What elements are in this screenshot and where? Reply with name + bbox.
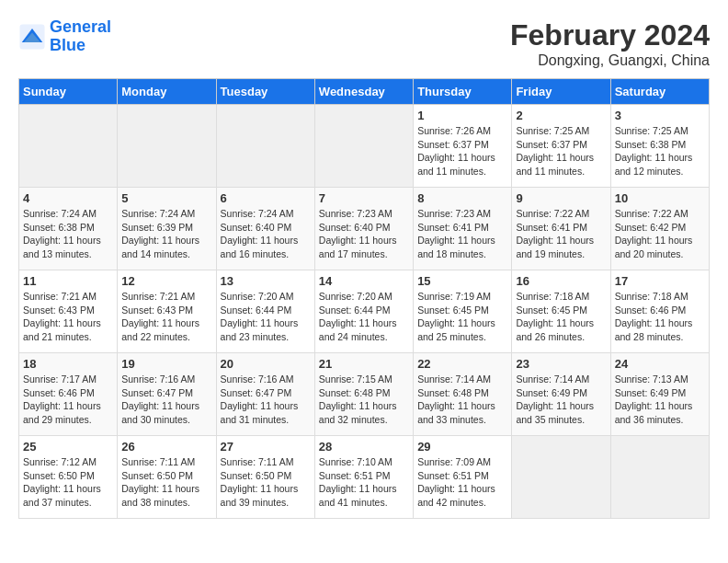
day-info: Sunrise: 7:16 AM Sunset: 6:47 PM Dayligh…: [221, 373, 311, 427]
day-info: Sunrise: 7:22 AM Sunset: 6:42 PM Dayligh…: [615, 207, 705, 261]
day-number: 12: [121, 274, 211, 288]
day-info: Sunrise: 7:24 AM Sunset: 6:39 PM Dayligh…: [121, 207, 211, 261]
calendar-cell: [314, 105, 413, 188]
day-info: Sunrise: 7:14 AM Sunset: 6:48 PM Dayligh…: [417, 373, 507, 427]
week-row-3: 11Sunrise: 7:21 AM Sunset: 6:43 PM Dayli…: [19, 270, 710, 353]
calendar-header-row: SundayMondayTuesdayWednesdayThursdayFrid…: [19, 79, 710, 105]
day-number: 17: [615, 274, 705, 288]
calendar-cell: 9Sunrise: 7:22 AM Sunset: 6:41 PM Daylig…: [512, 188, 610, 270]
day-number: 3: [615, 109, 705, 122]
week-row-1: 1Sunrise: 7:26 AM Sunset: 6:37 PM Daylig…: [19, 105, 710, 188]
title-block: February 2024 Dongxing, Guangxi, China: [510, 18, 710, 69]
calendar-cell: [512, 436, 610, 519]
calendar-cell: 14Sunrise: 7:20 AM Sunset: 6:44 PM Dayli…: [314, 270, 413, 353]
calendar-cell: [216, 105, 314, 188]
day-number: 20: [221, 357, 311, 371]
calendar-table: SundayMondayTuesdayWednesdayThursdayFrid…: [18, 78, 710, 519]
calendar-cell: [19, 105, 118, 188]
day-info: Sunrise: 7:14 AM Sunset: 6:49 PM Dayligh…: [516, 373, 606, 427]
calendar-cell: 28Sunrise: 7:10 AM Sunset: 6:51 PM Dayli…: [314, 436, 413, 519]
calendar-cell: 10Sunrise: 7:22 AM Sunset: 6:42 PM Dayli…: [610, 188, 709, 270]
day-info: Sunrise: 7:10 AM Sunset: 6:51 PM Dayligh…: [319, 455, 409, 510]
day-number: 21: [319, 357, 409, 371]
day-number: 8: [417, 191, 507, 205]
day-number: 23: [516, 357, 606, 371]
week-row-4: 18Sunrise: 7:17 AM Sunset: 6:46 PM Dayli…: [19, 353, 710, 436]
page-subtitle: Dongxing, Guangxi, China: [510, 52, 710, 69]
day-number: 1: [417, 109, 507, 122]
calendar-cell: 1Sunrise: 7:26 AM Sunset: 6:37 PM Daylig…: [414, 105, 512, 188]
logo: General Blue: [18, 18, 111, 55]
day-info: Sunrise: 7:24 AM Sunset: 6:38 PM Dayligh…: [23, 207, 113, 261]
day-info: Sunrise: 7:22 AM Sunset: 6:41 PM Dayligh…: [516, 207, 606, 261]
day-info: Sunrise: 7:18 AM Sunset: 6:46 PM Dayligh…: [615, 290, 705, 344]
day-info: Sunrise: 7:11 AM Sunset: 6:50 PM Dayligh…: [221, 455, 311, 510]
day-number: 27: [221, 440, 311, 454]
calendar-cell: 15Sunrise: 7:19 AM Sunset: 6:45 PM Dayli…: [414, 270, 512, 353]
day-info: Sunrise: 7:15 AM Sunset: 6:48 PM Dayligh…: [319, 373, 409, 427]
day-info: Sunrise: 7:17 AM Sunset: 6:46 PM Dayligh…: [23, 373, 113, 427]
day-number: 13: [221, 274, 311, 288]
day-number: 9: [516, 191, 606, 205]
day-number: 24: [615, 357, 705, 371]
week-row-2: 4Sunrise: 7:24 AM Sunset: 6:38 PM Daylig…: [19, 188, 710, 270]
day-info: Sunrise: 7:26 AM Sunset: 6:37 PM Dayligh…: [417, 124, 507, 178]
calendar-body: 1Sunrise: 7:26 AM Sunset: 6:37 PM Daylig…: [19, 105, 710, 519]
day-info: Sunrise: 7:24 AM Sunset: 6:40 PM Dayligh…: [221, 207, 311, 261]
calendar-cell: 18Sunrise: 7:17 AM Sunset: 6:46 PM Dayli…: [19, 353, 118, 436]
day-info: Sunrise: 7:12 AM Sunset: 6:50 PM Dayligh…: [23, 455, 113, 510]
col-header-saturday: Saturday: [610, 79, 709, 105]
day-number: 25: [23, 440, 113, 454]
col-header-friday: Friday: [512, 79, 610, 105]
day-info: Sunrise: 7:09 AM Sunset: 6:51 PM Dayligh…: [417, 455, 507, 510]
col-header-sunday: Sunday: [19, 79, 118, 105]
day-info: Sunrise: 7:25 AM Sunset: 6:38 PM Dayligh…: [615, 124, 705, 178]
calendar-cell: [610, 436, 709, 519]
day-info: Sunrise: 7:23 AM Sunset: 6:40 PM Dayligh…: [319, 207, 409, 261]
calendar-cell: 3Sunrise: 7:25 AM Sunset: 6:38 PM Daylig…: [610, 105, 709, 188]
calendar-cell: 27Sunrise: 7:11 AM Sunset: 6:50 PM Dayli…: [216, 436, 314, 519]
col-header-monday: Monday: [118, 79, 216, 105]
calendar-cell: 16Sunrise: 7:18 AM Sunset: 6:45 PM Dayli…: [512, 270, 610, 353]
calendar-cell: 5Sunrise: 7:24 AM Sunset: 6:39 PM Daylig…: [118, 188, 216, 270]
col-header-tuesday: Tuesday: [216, 79, 314, 105]
calendar-cell: 24Sunrise: 7:13 AM Sunset: 6:49 PM Dayli…: [610, 353, 709, 436]
calendar-cell: [118, 105, 216, 188]
day-number: 4: [23, 191, 113, 205]
calendar-cell: 4Sunrise: 7:24 AM Sunset: 6:38 PM Daylig…: [19, 188, 118, 270]
page-title: February 2024: [510, 18, 710, 52]
day-info: Sunrise: 7:20 AM Sunset: 6:44 PM Dayligh…: [221, 290, 311, 344]
day-number: 22: [417, 357, 507, 371]
calendar-cell: 21Sunrise: 7:15 AM Sunset: 6:48 PM Dayli…: [314, 353, 413, 436]
calendar-cell: 29Sunrise: 7:09 AM Sunset: 6:51 PM Dayli…: [414, 436, 512, 519]
day-number: 28: [319, 440, 409, 454]
calendar-cell: 6Sunrise: 7:24 AM Sunset: 6:40 PM Daylig…: [216, 188, 314, 270]
day-number: 19: [121, 357, 211, 371]
calendar-cell: 19Sunrise: 7:16 AM Sunset: 6:47 PM Dayli…: [118, 353, 216, 436]
calendar-cell: 11Sunrise: 7:21 AM Sunset: 6:43 PM Dayli…: [19, 270, 118, 353]
day-info: Sunrise: 7:23 AM Sunset: 6:41 PM Dayligh…: [417, 207, 507, 261]
calendar-cell: 8Sunrise: 7:23 AM Sunset: 6:41 PM Daylig…: [414, 188, 512, 270]
logo-icon: [18, 23, 46, 51]
day-number: 10: [615, 191, 705, 205]
calendar-cell: 2Sunrise: 7:25 AM Sunset: 6:37 PM Daylig…: [512, 105, 610, 188]
calendar-cell: 12Sunrise: 7:21 AM Sunset: 6:43 PM Dayli…: [118, 270, 216, 353]
day-number: 18: [23, 357, 113, 371]
day-number: 15: [417, 274, 507, 288]
day-info: Sunrise: 7:20 AM Sunset: 6:44 PM Dayligh…: [319, 290, 409, 344]
page-header: General Blue February 2024 Dongxing, Gua…: [18, 18, 710, 69]
day-info: Sunrise: 7:25 AM Sunset: 6:37 PM Dayligh…: [516, 124, 606, 178]
col-header-wednesday: Wednesday: [314, 79, 413, 105]
col-header-thursday: Thursday: [414, 79, 512, 105]
day-number: 16: [516, 274, 606, 288]
calendar-cell: 23Sunrise: 7:14 AM Sunset: 6:49 PM Dayli…: [512, 353, 610, 436]
day-number: 26: [121, 440, 211, 454]
day-number: 6: [221, 191, 311, 205]
calendar-cell: 20Sunrise: 7:16 AM Sunset: 6:47 PM Dayli…: [216, 353, 314, 436]
day-number: 2: [516, 109, 606, 122]
day-number: 5: [121, 191, 211, 205]
logo-text: General Blue: [50, 18, 111, 55]
calendar-cell: 7Sunrise: 7:23 AM Sunset: 6:40 PM Daylig…: [314, 188, 413, 270]
calendar-cell: 22Sunrise: 7:14 AM Sunset: 6:48 PM Dayli…: [414, 353, 512, 436]
day-info: Sunrise: 7:16 AM Sunset: 6:47 PM Dayligh…: [121, 373, 211, 427]
